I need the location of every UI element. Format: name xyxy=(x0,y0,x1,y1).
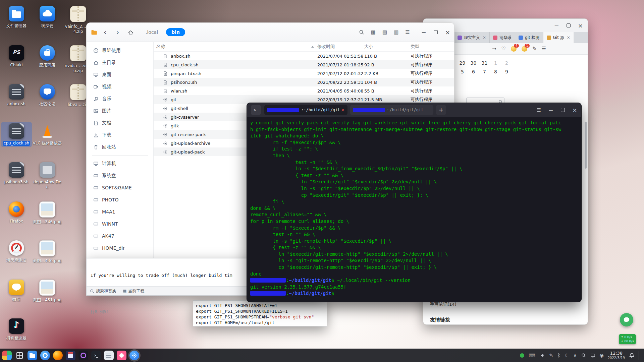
calendar-date[interactable]: 7 xyxy=(479,67,490,76)
back-button[interactable]: ‹ xyxy=(100,27,110,37)
taskbar-app-calendar[interactable] xyxy=(66,351,75,360)
browser-tab-2[interactable]: 清华系 xyxy=(490,32,515,43)
column-name[interactable]: 名称 xyxy=(154,44,317,50)
taskbar-app-text-editor[interactable] xyxy=(104,351,114,360)
floating-chat-button[interactable] xyxy=(620,313,633,326)
browser-scrollbar[interactable] xyxy=(585,122,587,169)
browser-toolbar-favorite-icon[interactable]: ♡ xyxy=(501,46,506,51)
close-button[interactable]: × xyxy=(578,22,583,29)
calendar-date[interactable]: 2 xyxy=(501,59,512,67)
sidebar-item-home-dir[interactable]: HOME_dir xyxy=(87,242,153,254)
sidebar-item-home[interactable]: 主目录 xyxy=(87,57,153,69)
taskbar-app-multitask-view[interactable] xyxy=(15,351,24,360)
sidebar-item-system-disk[interactable]: 系统盘 xyxy=(87,170,153,182)
maximize-button[interactable] xyxy=(567,23,571,27)
calendar-date[interactable]: 6 xyxy=(468,67,479,76)
terminal-tab-2[interactable]: ~/build/git/git xyxy=(350,105,433,115)
minimize-button[interactable]: − xyxy=(554,22,559,29)
desktop-icon-firefox[interactable]: Firefox xyxy=(1,200,32,225)
view-detail-icon[interactable]: ▥ xyxy=(394,29,398,35)
sidebar-item-computer[interactable]: 计算机 xyxy=(87,158,153,170)
breadcrumb-local[interactable]: .local xyxy=(146,29,158,35)
file-row[interactable]: pingan_tdx.sh2021/07/12 02:01:322.2 KB可执… xyxy=(154,69,454,78)
calendar-date[interactable]: 31 xyxy=(479,59,490,67)
file-row[interactable]: cpu_clock.sh2021/07/12 01:18:2592 B可执行程序 xyxy=(154,60,454,69)
taskbar-app-firefox[interactable] xyxy=(53,351,63,360)
clock[interactable]: 12:38 2022/3/19 xyxy=(608,351,625,360)
desktop-icon-vlc[interactable]: VLC 媒体播放器 xyxy=(32,122,63,147)
tray-expand-icon[interactable]: ∧ xyxy=(573,353,577,358)
tab-close-button[interactable]: × xyxy=(341,107,345,113)
calendar-date[interactable]: 9 xyxy=(501,67,512,76)
search-icon[interactable] xyxy=(359,29,364,35)
desktop-icon-haitianying-speedtest[interactable]: 海天鹰测速 xyxy=(1,239,32,264)
column-type[interactable]: 类型 xyxy=(411,44,454,50)
taskbar-app-browser[interactable] xyxy=(40,351,50,360)
sidebar-item-soft-game[interactable]: SOFT&GAME xyxy=(87,182,153,194)
browser-toolbar-coin-1-icon[interactable]: 4 xyxy=(511,46,517,52)
file-row[interactable]: anbox.sh2021/07/04 01:51:58110 B可执行程序 xyxy=(154,52,454,60)
taskbar-app-music[interactable] xyxy=(78,351,88,360)
tray-stylus-icon[interactable]: ✎ xyxy=(549,353,553,358)
file-row[interactable]: wlan.sh2021/04/05 05:40:0855 B可执行程序 xyxy=(154,86,454,95)
column-size[interactable]: 大小 xyxy=(364,44,411,50)
desktop-icon-community-forum[interactable]: 社区论坛 xyxy=(32,83,63,108)
desktop-icon-depen4hw[interactable]: depen4hw Dec xyxy=(32,161,63,191)
desktop-icon-cpu-clock-sh[interactable]: cpu_clock.sh xyxy=(1,122,32,147)
sidebar-item-winnt[interactable]: WINNT xyxy=(87,218,153,230)
tray-display-icon[interactable] xyxy=(590,353,595,358)
calendar-date[interactable]: 1 xyxy=(490,59,501,67)
tray-night-shift-icon[interactable]: ☾ xyxy=(565,353,569,358)
terminal-tab-1[interactable]: :~/build/git/git× xyxy=(264,105,347,115)
sidebar-item-documents[interactable]: 文档 xyxy=(87,117,153,129)
desktop-icon-chiaki[interactable]: Chiaki xyxy=(1,44,32,69)
browser-toolbar-forward-icon[interactable]: → xyxy=(492,46,496,51)
sidebar-item-videos[interactable]: 视频 xyxy=(87,81,153,93)
sidebar-item-downloads[interactable]: 下载 xyxy=(87,129,153,141)
column-time[interactable]: 修改时间 xyxy=(317,44,364,50)
menu-icon[interactable]: ☰ xyxy=(537,107,541,113)
desktop-icon-douyin[interactable]: 抖音极速版 xyxy=(1,317,32,342)
browser-toolbar-coin-2-icon[interactable]: 1 xyxy=(522,46,527,52)
desktop-icon-app-store[interactable]: 应用商店 xyxy=(32,44,63,69)
desktop-icon-wechat[interactable]: 微信 xyxy=(1,278,32,303)
browser-toolbar-menu-icon[interactable]: ☰ xyxy=(542,46,546,51)
calendar-date[interactable]: 8 xyxy=(490,67,501,76)
close-button[interactable]: × xyxy=(445,29,450,36)
taskbar-app-file-manager[interactable] xyxy=(28,351,37,360)
desktop-icon-psihoon3-sh[interactable]: psihoon3.sh xyxy=(1,161,32,186)
tray-bluetooth-icon[interactable]: ᛒ xyxy=(557,353,560,358)
forward-button[interactable]: › xyxy=(113,27,123,37)
browser-tab-3[interactable]: git 检测 xyxy=(515,32,543,43)
calendar-date[interactable]: 29 xyxy=(457,59,468,67)
current-project-button[interactable]: ▦当前工程 xyxy=(123,288,144,294)
breadcrumb-bin[interactable]: bin xyxy=(166,28,185,36)
new-tab-button[interactable]: + xyxy=(436,105,446,115)
view-list-icon[interactable]: ▤ xyxy=(382,29,387,35)
maximize-button[interactable] xyxy=(434,30,438,34)
taskbar-app-control-center[interactable] xyxy=(129,351,139,360)
desktop-icon-screenshot-440[interactable]: 截图…440.png xyxy=(32,239,63,265)
browser-tab-1[interactable]: 现实主义× xyxy=(454,32,490,43)
sidebar-item-m4a1[interactable]: M4A1 xyxy=(87,206,153,218)
calendar-date[interactable]: 5 xyxy=(457,67,468,76)
desktop-icon-file-manager[interactable]: 文件管理器 xyxy=(1,5,32,30)
desktop-icon-cloud-gaming[interactable]: 玩深云 xyxy=(32,5,63,30)
tab-close-button[interactable]: × xyxy=(567,35,570,40)
tray-input-method-icon[interactable]: ⌨ xyxy=(529,353,535,358)
desktop-icon-screenshot-451[interactable]: 截图…451.png xyxy=(32,278,63,304)
browser-tab-4[interactable]: Git 源× xyxy=(543,32,574,43)
close-button[interactable]: × xyxy=(572,107,577,114)
tray-power-icon[interactable]: ◉ xyxy=(600,353,604,358)
minimize-button[interactable]: − xyxy=(548,107,553,114)
home-button[interactable] xyxy=(125,27,136,37)
sidebar-item-music[interactable]: 音乐 xyxy=(87,93,153,105)
tab-close-button[interactable]: × xyxy=(483,35,486,40)
view-grid-icon[interactable]: ▦ xyxy=(371,29,376,35)
taskbar-app-terminal[interactable]: >_ xyxy=(91,351,101,360)
search-replace-button[interactable]: 搜索和替换 xyxy=(90,288,116,294)
maximize-button[interactable] xyxy=(561,108,565,112)
desktop-icon-anbox-sh[interactable]: anbox.sh xyxy=(1,83,32,108)
tray-volume-icon[interactable] xyxy=(540,353,545,358)
sidebar-item-desktop[interactable]: 桌面 xyxy=(87,69,153,81)
